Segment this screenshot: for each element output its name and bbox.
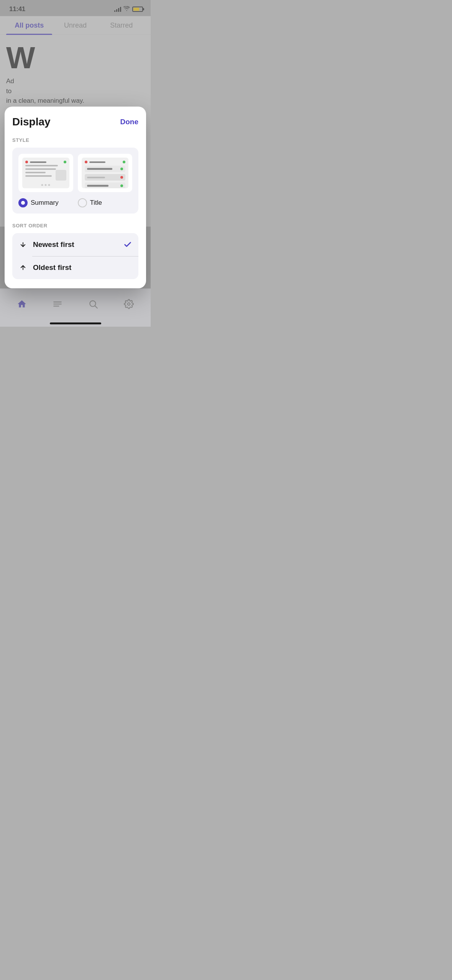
done-button[interactable]: Done xyxy=(120,118,139,126)
title-radio[interactable]: Title xyxy=(78,198,133,207)
style-radios: Summary Title xyxy=(18,198,132,207)
summary-radio-circle xyxy=(18,198,28,207)
sort-section-label: SORT ORDER xyxy=(12,223,138,229)
style-section-label: STYLE xyxy=(12,137,138,143)
summary-radio-label: Summary xyxy=(31,199,59,207)
style-container: Summary Title xyxy=(12,148,138,214)
oldest-first-label: Oldest first xyxy=(33,263,132,272)
home-indicator xyxy=(50,322,101,324)
newest-arrow-icon xyxy=(18,240,28,249)
title-preview-card xyxy=(82,158,129,188)
modal-header: Display Done xyxy=(12,116,138,128)
newest-first-option[interactable]: Newest first xyxy=(12,233,138,256)
title-preview xyxy=(78,154,133,192)
modal-title: Display xyxy=(12,116,51,128)
style-options xyxy=(18,154,132,192)
newest-check-icon xyxy=(123,240,132,249)
oldest-arrow-icon xyxy=(18,263,28,272)
summary-preview xyxy=(18,154,73,192)
summary-preview-card xyxy=(22,158,69,188)
sort-container: Newest first Oldest first xyxy=(12,233,138,279)
newest-first-label: Newest first xyxy=(33,240,118,249)
summary-radio[interactable]: Summary xyxy=(18,198,73,207)
title-radio-label: Title xyxy=(90,199,102,207)
oldest-first-option[interactable]: Oldest first xyxy=(12,256,138,279)
display-modal: Display Done STYLE xyxy=(5,107,146,288)
title-radio-circle xyxy=(78,198,87,207)
